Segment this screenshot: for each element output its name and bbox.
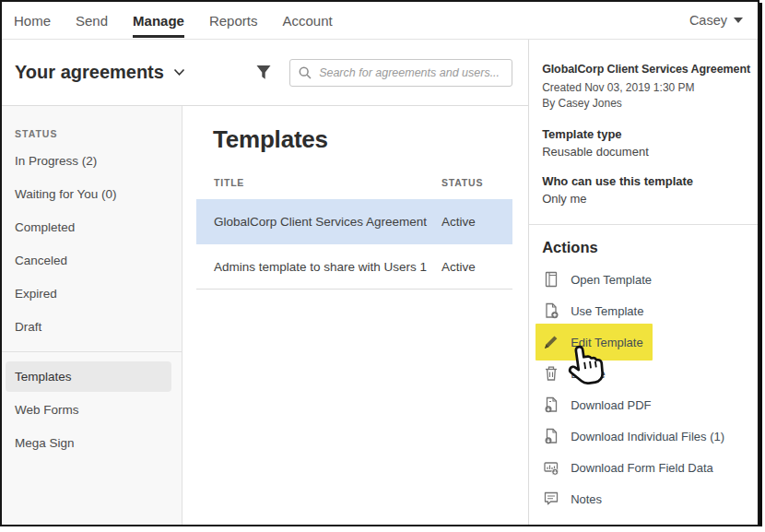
sidebar-divider	[2, 351, 182, 352]
template-type-label: Template type	[542, 127, 750, 141]
details-created: Created Nov 03, 2019 1:30 PM	[542, 80, 750, 96]
page-title: Templates	[213, 125, 528, 154]
details-author: By Casey Jones	[542, 96, 750, 112]
template-title: Admins template to share with Users 1	[196, 260, 441, 274]
sidebar-item-draft[interactable]: Draft	[2, 311, 182, 344]
actions-heading: Actions	[542, 239, 750, 256]
open-template-icon	[542, 270, 560, 289]
action-label: Download Form Field Data	[571, 461, 713, 475]
action-label: Download Individual Files (1)	[571, 430, 724, 443]
action-open-template[interactable]: Open Template	[542, 264, 750, 295]
action-label: Delete	[571, 367, 606, 381]
adobe-sign-manage-window: Home Send Manage Reports Account Casey Y…	[0, 0, 759, 526]
status-section-label: STATUS	[15, 128, 182, 139]
search-box	[289, 59, 512, 87]
table-header-row: TITLE STATUS	[196, 168, 512, 199]
action-label: Edit Template	[571, 336, 643, 349]
action-download-form-field-data[interactable]: Download Form Field Data	[542, 452, 750, 483]
action-use-template[interactable]: Use Template	[542, 295, 750, 326]
user-menu[interactable]: Casey	[689, 2, 743, 39]
column-header-status: STATUS	[441, 177, 512, 188]
permission-label: Who can use this template	[542, 174, 750, 188]
action-label: Open Template	[571, 273, 652, 287]
download-files-icon	[542, 427, 560, 445]
status-filter-list: In Progress (2) Waiting for You (0) Comp…	[2, 145, 182, 344]
trash-icon	[542, 364, 560, 383]
details-panel: GlobalCorp Client Services Agreement Cre…	[528, 40, 758, 526]
chevron-down-icon	[173, 68, 185, 77]
table-row-admins-template[interactable]: Admins template to share with Users 1 Ac…	[196, 244, 512, 290]
top-nav: Home Send Manage Reports Account Casey	[2, 2, 758, 40]
edit-pencil-icon	[542, 333, 560, 351]
sidebar-item-completed[interactable]: Completed	[2, 211, 182, 244]
permission-value: Only me	[542, 192, 750, 206]
status-badge: Active	[441, 215, 512, 229]
filter-button[interactable]	[255, 65, 272, 80]
details-title: GlobalCorp Client Services Agreement	[542, 63, 750, 76]
search-input[interactable]	[319, 66, 504, 79]
template-type-value: Reusable document	[542, 145, 750, 159]
notes-icon	[542, 490, 560, 508]
sidebar-item-templates[interactable]: Templates	[6, 361, 171, 392]
action-notes[interactable]: Notes	[542, 483, 750, 514]
action-edit-template[interactable]: Edit Template	[536, 324, 653, 361]
sidebar-item-mega-sign[interactable]: Mega Sign	[2, 427, 182, 460]
sidebar-item-canceled[interactable]: Canceled	[2, 244, 182, 278]
sidebar-item-in-progress[interactable]: In Progress (2)	[2, 145, 182, 178]
nav-item-home[interactable]: Home	[14, 2, 51, 39]
templates-table: TITLE STATUS GlobalCorp Client Services …	[196, 168, 512, 290]
action-label: Notes	[571, 492, 602, 506]
template-title: GlobalCorp Client Services Agreement	[196, 215, 441, 229]
library-list: Templates Web Forms Mega Sign	[2, 361, 182, 460]
details-divider	[529, 224, 758, 225]
use-template-icon	[542, 301, 560, 320]
action-label: Use Template	[571, 304, 643, 318]
filter-funnel-icon	[255, 65, 272, 80]
action-label: Download PDF	[571, 398, 651, 412]
sidebar-item-waiting-for-you[interactable]: Waiting for You (0)	[2, 178, 182, 211]
table-row-globalcorp[interactable]: GlobalCorp Client Services Agreement Act…	[196, 199, 512, 244]
search-icon	[298, 65, 312, 80]
status-badge: Active	[441, 260, 512, 274]
list-header: Your agreements	[2, 40, 528, 106]
sidebar-item-web-forms[interactable]: Web Forms	[2, 394, 182, 427]
nav-item-send[interactable]: Send	[76, 2, 108, 39]
user-menu-label: Casey	[689, 13, 727, 28]
templates-list-pane: Templates TITLE STATUS GlobalCorp Client…	[182, 106, 528, 526]
caret-down-icon	[734, 18, 743, 23]
actions-list: Open Template Use Template Edit Template	[542, 264, 750, 514]
nav-item-account[interactable]: Account	[282, 2, 332, 39]
status-sidebar: STATUS In Progress (2) Waiting for You (…	[2, 106, 182, 526]
agreements-title-label: Your agreements	[15, 62, 164, 83]
download-pdf-icon	[542, 396, 560, 414]
download-form-data-icon	[542, 458, 560, 477]
action-download-individual-files[interactable]: Download Individual Files (1)	[542, 420, 750, 452]
nav-item-manage[interactable]: Manage	[133, 2, 184, 39]
agreements-scope-dropdown[interactable]: Your agreements	[15, 62, 185, 83]
action-delete[interactable]: Delete	[542, 358, 750, 389]
column-header-title: TITLE	[196, 177, 441, 188]
sidebar-item-expired[interactable]: Expired	[2, 278, 182, 311]
nav-item-reports[interactable]: Reports	[209, 2, 258, 39]
left-column: Your agreements STATUS In Progress (2)	[2, 40, 528, 526]
action-download-pdf[interactable]: Download PDF	[542, 389, 750, 420]
